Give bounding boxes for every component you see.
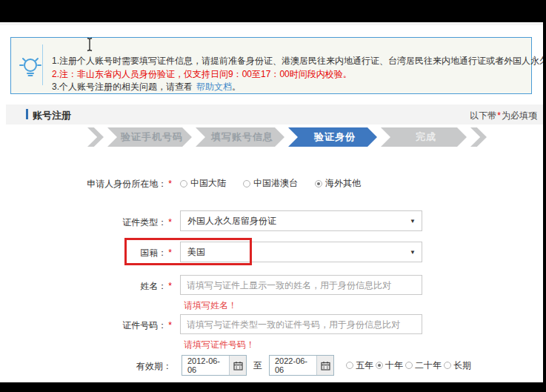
required-star: *	[168, 281, 172, 291]
name-input[interactable]	[180, 275, 422, 295]
location-radio-group: 中国大陆 中国港澳台 海外其他	[180, 177, 378, 190]
notice-line-2: 2.注：非山东省内人员身份验证，仅支持日间9：00至17：00时间段内校验。	[52, 69, 352, 79]
id-number-label: 证件号码：*	[0, 319, 172, 332]
radio-mainland-china[interactable]: 中国大陆	[180, 177, 226, 190]
calendar-icon	[233, 361, 243, 371]
window-chrome-bottom	[0, 382, 546, 392]
required-star: *	[168, 217, 172, 227]
name-error: 请填写姓名！	[184, 299, 237, 312]
radio-icon[interactable]	[444, 362, 451, 369]
nationality-value: 美国	[187, 246, 205, 259]
required-star: *	[168, 179, 172, 189]
radio-twenty-years[interactable]: 二十年	[405, 359, 442, 372]
radio-icon[interactable]	[180, 180, 187, 187]
valid-from-input[interactable]: 2012-06-06	[182, 355, 247, 376]
step-wizard: 验证手机号码 填写账号信息 验证身份 完成	[87, 127, 487, 147]
page-title: 账号注册	[26, 109, 71, 122]
chevron-trail-icon	[470, 127, 487, 147]
help-doc-link[interactable]: 帮助文档	[196, 82, 232, 92]
step-account-info: 填写账号信息	[196, 127, 284, 147]
nationality-label: 国籍：*	[0, 247, 172, 259]
cert-type-label: 证件类型：*	[0, 216, 172, 229]
required-star: *	[168, 320, 172, 330]
caret-down-icon: ▼	[410, 249, 416, 256]
caret-down-icon: ▼	[410, 218, 416, 225]
window-chrome-top	[0, 0, 546, 22]
radio-hk-macao-taiwan[interactable]: 中国港澳台	[243, 177, 298, 190]
nationality-select[interactable]: 美国 ▼	[180, 242, 422, 262]
text-cursor-icon	[85, 37, 94, 52]
radio-overseas-other[interactable]: 海外其他	[315, 177, 361, 190]
radio-icon[interactable]	[405, 362, 413, 369]
chevron-lead-icon	[87, 127, 104, 147]
validity-label: 有效期：	[0, 360, 172, 373]
step-verify-identity: 验证身份	[288, 127, 377, 147]
radio-ten-years[interactable]: 十年	[376, 359, 403, 372]
section-header: 账号注册 以下带*为必填项	[6, 104, 543, 124]
step-complete: 完成	[381, 127, 467, 147]
duration-radio-group: 五年 十年 二十年 长期	[346, 359, 473, 372]
valid-to-input[interactable]: 2022-06-06	[269, 355, 334, 376]
radio-long-term[interactable]: 长期	[444, 359, 471, 372]
location-label: 申请人身份所在地：*	[0, 178, 172, 190]
required-hint: 以下带*为必填项	[470, 110, 537, 122]
notice-line-3-text: 3.个人账号注册的相关问题，请查看	[52, 82, 193, 92]
radio-five-years[interactable]: 五年	[346, 359, 373, 372]
notice-line-3-suffix: 。	[232, 82, 241, 92]
name-label: 姓名：*	[0, 280, 172, 293]
valid-to-value: 2022-06-06	[270, 356, 316, 375]
radio-icon[interactable]	[243, 180, 250, 187]
id-number-error: 请填写证件号码！	[184, 339, 255, 351]
required-star: *	[496, 110, 502, 121]
notice-divider	[42, 44, 43, 85]
cert-type-value: 外国人永久居留身份证	[187, 215, 276, 227]
calendar-button[interactable]	[229, 356, 246, 375]
notice-line-3: 3.个人账号注册的相关问题，请查看帮助文档。	[52, 82, 241, 92]
window-chrome-right	[543, 0, 546, 392]
calendar-icon	[321, 361, 330, 371]
top-shade-strip	[0, 22, 543, 25]
calendar-button[interactable]	[316, 356, 333, 375]
id-number-input[interactable]	[180, 314, 422, 334]
notice-line-1: 1.注册个人账号时需要填写证件信息，请提前准备身份证、港澳居民往来内地通行证、台…	[52, 56, 546, 66]
validity-row: 2012-06-06 至 2022-06-06	[182, 355, 473, 376]
radio-icon[interactable]	[346, 362, 353, 369]
registration-page: 1.注册个人账号时需要填写证件信息，请提前准备身份证、港澳居民往来内地通行证、台…	[0, 0, 546, 392]
lightbulb-icon	[19, 54, 41, 81]
date-range-separator: 至	[253, 359, 262, 372]
step-verify-phone: 验证手机号码	[107, 127, 192, 147]
radio-checked-icon[interactable]	[376, 362, 383, 369]
cert-type-select[interactable]: 外国人永久居留身份证 ▼	[180, 210, 422, 231]
radio-checked-icon[interactable]	[315, 180, 322, 187]
required-star: *	[168, 248, 172, 258]
valid-from-value: 2012-06-06	[182, 356, 229, 375]
